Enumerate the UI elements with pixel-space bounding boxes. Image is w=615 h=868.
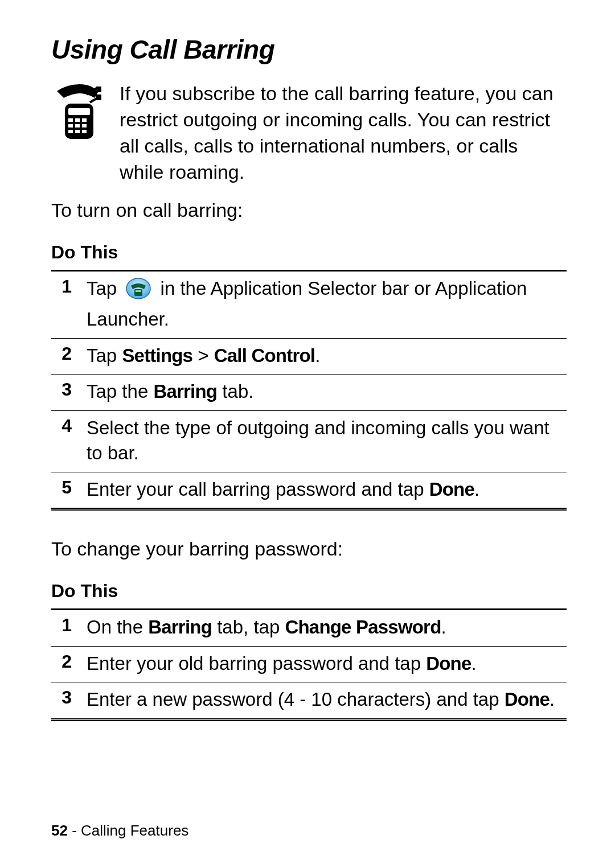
footer-section: Calling Features	[81, 822, 188, 839]
lead-change-password: To change your barring password:	[51, 538, 567, 560]
text-part: in the Application Selector bar or Appli…	[87, 278, 527, 330]
text-part: >	[192, 345, 214, 366]
step-text: Tap in the Application Selector bar or	[87, 276, 567, 332]
text-part: On the	[87, 616, 148, 637]
svg-rect-3	[75, 118, 80, 122]
text-part: .	[474, 479, 479, 500]
svg-rect-9	[75, 130, 80, 133]
ui-label: Done	[429, 479, 474, 500]
text-part: Tap the	[87, 381, 153, 402]
step-number: 2	[51, 343, 72, 369]
step-text: Enter your call barring password and tap…	[87, 477, 479, 503]
ui-label: Done	[505, 689, 550, 710]
step-text: Enter your old barring password and tap …	[87, 651, 477, 677]
step-text: Enter a new password (4 - 10 characters)…	[87, 687, 555, 713]
text-part: Enter your old barring password and tap	[87, 653, 426, 674]
svg-rect-7	[82, 124, 87, 127]
step-row: 3 Enter a new password (4 - 10 character…	[51, 682, 567, 718]
text-part: .	[550, 689, 555, 710]
intro-block: If you subscribe to the call barring fea…	[51, 81, 567, 186]
ui-label: Change Password	[285, 616, 441, 637]
step-row: 2 Tap Settings > Call Control.	[51, 339, 567, 375]
text-part: .	[472, 653, 477, 674]
step-number: 5	[51, 477, 72, 503]
page-number: 52	[51, 822, 68, 839]
ui-label: Done	[426, 653, 471, 674]
step-row: 3 Tap the Barring tab.	[51, 375, 567, 411]
step-row: 5 Enter your call barring password and t…	[51, 472, 567, 508]
ui-label: Call Control	[214, 345, 315, 366]
ui-label: Barring	[148, 616, 212, 637]
text-part: Tap	[87, 278, 122, 299]
lead-turn-on: To turn on call barring:	[51, 199, 567, 221]
phone-app-icon	[125, 277, 151, 307]
text-part: .	[315, 345, 320, 366]
footer-sep: -	[68, 822, 81, 839]
step-number: 2	[51, 651, 72, 677]
svg-rect-15	[136, 290, 141, 292]
do-this-label: Do This	[51, 581, 567, 602]
page-footer: 52 - Calling Features	[51, 822, 188, 840]
step-text: On the Barring tab, tap Change Password.	[87, 615, 446, 640]
svg-rect-4	[82, 118, 87, 122]
step-row: 1 Tap in the Application Se	[51, 271, 567, 339]
ui-label: Settings	[122, 345, 192, 366]
text-part: Enter your call barring password and tap	[87, 479, 429, 500]
step-text: Select the type of outgoing and incoming…	[87, 416, 567, 466]
svg-rect-14	[134, 289, 142, 296]
step-number: 1	[51, 615, 72, 640]
svg-rect-5	[68, 124, 73, 127]
text-part: tab, tap	[212, 616, 285, 637]
steps-turn-on: 1 Tap in the Application Se	[51, 270, 567, 511]
step-number: 3	[51, 687, 72, 713]
steps-change-password: 1 On the Barring tab, tap Change Passwor…	[51, 608, 567, 721]
section-heading: Using Call Barring	[51, 34, 567, 65]
step-text: Tap Settings > Call Control.	[87, 343, 320, 369]
step-row: 4 Select the type of outgoing and incomi…	[51, 411, 567, 472]
step-text: Tap the Barring tab.	[87, 379, 253, 405]
ui-label: Barring	[153, 381, 217, 402]
step-number: 4	[51, 416, 72, 466]
svg-rect-10	[82, 130, 87, 133]
do-this-label: Do This	[51, 242, 567, 263]
step-row: 2 Enter your old barring password and ta…	[51, 647, 567, 683]
intro-text: If you subscribe to the call barring fea…	[120, 81, 567, 186]
step-number: 3	[51, 379, 72, 405]
text-part: .	[441, 616, 446, 637]
svg-rect-1	[68, 108, 90, 115]
text-part: Tap	[87, 345, 122, 366]
svg-rect-8	[68, 130, 73, 133]
phone-keypad-icon	[51, 81, 104, 143]
svg-rect-2	[68, 118, 73, 122]
svg-rect-6	[75, 124, 80, 127]
step-number: 1	[51, 276, 72, 332]
text-part: tab.	[217, 381, 253, 402]
text-part: Enter a new password (4 - 10 characters)…	[87, 689, 505, 710]
step-row: 1 On the Barring tab, tap Change Passwor…	[51, 610, 567, 647]
